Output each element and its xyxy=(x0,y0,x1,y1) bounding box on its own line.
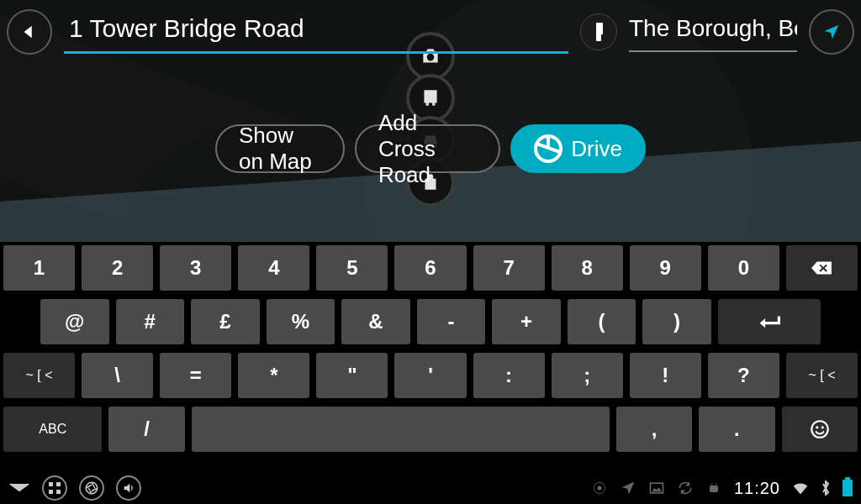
key-backspace[interactable] xyxy=(786,245,858,291)
battery-icon xyxy=(843,480,853,496)
key-abc-toggle[interactable]: ABC xyxy=(3,407,102,452)
key-9[interactable]: 9 xyxy=(630,245,701,291)
svg-point-7 xyxy=(86,482,98,494)
location-arrow-icon xyxy=(822,23,841,41)
recenter-button[interactable] xyxy=(809,9,854,55)
key-4[interactable]: 4 xyxy=(238,245,309,291)
show-on-map-button[interactable]: Show on Map xyxy=(215,124,345,173)
key-7[interactable]: 7 xyxy=(473,245,545,291)
key-more-symbols-right-label: ~ [ < xyxy=(808,368,835,383)
svg-point-1 xyxy=(816,426,818,428)
backspace-icon xyxy=(811,257,832,279)
key-slash[interactable]: / xyxy=(108,407,184,452)
key-dquote[interactable]: " xyxy=(316,353,388,398)
key-percent[interactable]: % xyxy=(267,299,335,344)
system-bar: 11:20 xyxy=(0,472,861,504)
svg-rect-3 xyxy=(49,482,53,486)
grid-icon xyxy=(49,482,61,494)
city-selector-button[interactable] xyxy=(580,13,617,50)
show-on-map-label: Show on Map xyxy=(239,123,321,175)
key-0[interactable]: 0 xyxy=(708,245,779,291)
header: 1 Tower Bridge Road The Borough, Ber xyxy=(7,7,854,57)
aperture-icon xyxy=(84,480,99,496)
key-asterisk[interactable]: * xyxy=(238,353,309,398)
back-button[interactable] xyxy=(7,9,52,55)
key-lparen[interactable]: ( xyxy=(568,299,637,344)
sync-status-icon xyxy=(677,480,694,496)
collapse-icon[interactable] xyxy=(8,482,30,494)
key-at[interactable]: @ xyxy=(40,299,109,344)
key-emoji[interactable] xyxy=(782,407,858,452)
drive-label: Drive xyxy=(571,136,622,162)
on-screen-keyboard: 1 2 3 4 5 6 7 8 9 0 @ # £ % & - + ( ) xyxy=(0,242,861,472)
key-amp[interactable]: & xyxy=(341,299,410,344)
bluetooth-icon xyxy=(821,480,831,496)
wifi-icon xyxy=(792,481,809,495)
key-1[interactable]: 1 xyxy=(3,245,75,291)
key-pound[interactable]: £ xyxy=(191,299,260,344)
back-arrow-icon xyxy=(20,23,39,41)
key-enter[interactable] xyxy=(718,299,821,344)
address-search-input[interactable]: 1 Tower Bridge Road xyxy=(64,11,568,54)
key-hash[interactable]: # xyxy=(116,299,185,344)
svg-rect-5 xyxy=(49,490,53,494)
key-8[interactable]: 8 xyxy=(552,245,623,291)
action-row: Show on Map Add Cross Road Drive xyxy=(215,124,646,173)
key-6[interactable]: 6 xyxy=(394,245,466,291)
android-status-icon xyxy=(705,480,722,496)
key-space[interactable] xyxy=(192,407,610,452)
camera-button[interactable] xyxy=(79,475,104,501)
gps-status-icon xyxy=(591,480,608,496)
key-row-1: 1 2 3 4 5 6 7 8 9 0 xyxy=(3,245,858,291)
svg-rect-4 xyxy=(56,482,61,486)
city-field[interactable]: The Borough, Ber xyxy=(629,12,797,52)
apps-button[interactable] xyxy=(42,475,67,501)
enter-icon xyxy=(758,311,780,333)
key-dash[interactable]: - xyxy=(417,299,486,344)
key-question[interactable]: ? xyxy=(708,353,779,398)
key-row-3: ~ [ < \ = * " ' : ; ! ? ~ [ < xyxy=(3,353,858,398)
steering-wheel-icon xyxy=(534,134,563,163)
svg-point-8 xyxy=(597,486,601,491)
key-bang[interactable]: ! xyxy=(630,353,701,398)
key-more-symbols-left-label: ~ [ < xyxy=(26,368,53,383)
svg-point-0 xyxy=(811,421,828,438)
drive-button[interactable]: Drive xyxy=(510,124,646,173)
image-status-icon xyxy=(648,480,665,496)
key-squote[interactable]: ' xyxy=(394,353,466,398)
key-row-2: @ # £ % & - + ( ) xyxy=(3,299,858,344)
add-cross-road-button[interactable]: Add Cross Road xyxy=(355,124,500,173)
svg-rect-11 xyxy=(710,486,718,492)
svg-point-13 xyxy=(716,483,717,485)
volume-button[interactable] xyxy=(116,475,141,501)
emoji-icon xyxy=(809,418,831,440)
key-5[interactable]: 5 xyxy=(316,245,388,291)
add-cross-road-label: Add Cross Road xyxy=(378,110,477,188)
key-row-4: ABC / , . xyxy=(3,407,858,452)
svg-point-12 xyxy=(711,483,713,485)
key-3[interactable]: 3 xyxy=(160,245,231,291)
speaker-icon xyxy=(122,481,135,495)
key-backslash[interactable]: \ xyxy=(82,353,153,398)
key-abc-toggle-label: ABC xyxy=(39,422,66,437)
nav-status-icon xyxy=(620,480,637,496)
key-more-symbols-left[interactable]: ~ [ < xyxy=(3,353,75,398)
key-colon[interactable]: : xyxy=(473,353,545,398)
key-2[interactable]: 2 xyxy=(82,245,153,291)
key-plus[interactable]: + xyxy=(492,299,561,344)
key-comma[interactable]: , xyxy=(616,407,692,452)
svg-rect-6 xyxy=(56,490,61,494)
screen: 1 Tower Bridge Road The Borough, Ber Sho… xyxy=(0,0,861,504)
key-period[interactable]: . xyxy=(699,407,774,452)
svg-point-2 xyxy=(821,426,823,428)
key-semicolon[interactable]: ; xyxy=(552,353,623,398)
key-more-symbols-right[interactable]: ~ [ < xyxy=(786,353,858,398)
key-rparen[interactable]: ) xyxy=(642,299,711,344)
key-equals[interactable]: = xyxy=(160,353,231,398)
clock: 11:20 xyxy=(734,479,780,498)
